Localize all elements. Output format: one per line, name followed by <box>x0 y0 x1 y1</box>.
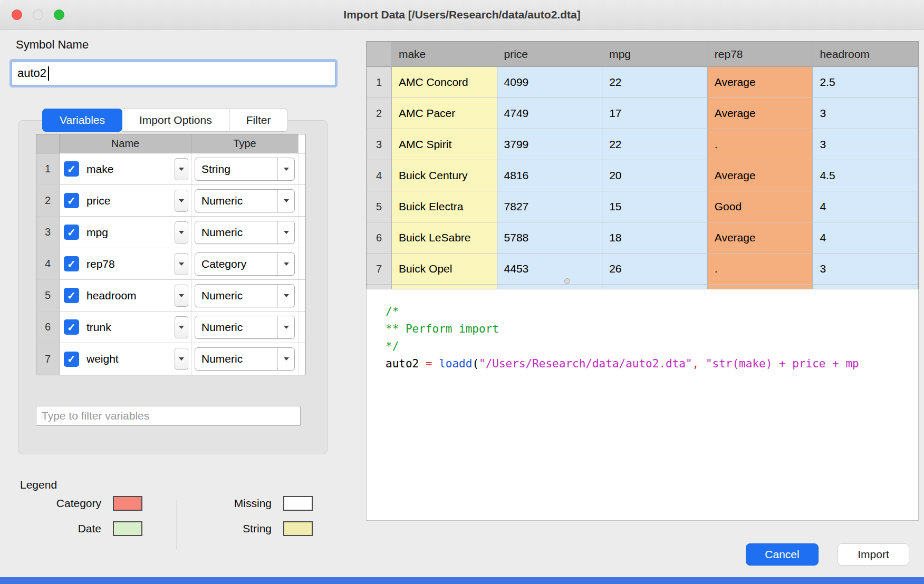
variable-name-label: make <box>86 163 175 176</box>
tab-import-options[interactable]: Import Options <box>122 109 229 132</box>
minimize-button[interactable] <box>33 9 43 20</box>
legend-swatch <box>283 496 313 511</box>
preview-column-header-make[interactable]: make <box>392 42 497 67</box>
variable-filter-input[interactable] <box>36 406 301 426</box>
variable-type-dropdown[interactable]: Numeric <box>195 316 295 339</box>
variables-table: Name Type 1✓makeString2✓priceNumeric3✓mp… <box>36 134 306 375</box>
cancel-button[interactable]: Cancel <box>746 543 819 566</box>
preview-row: 6Buick LeSabre578818Average4 <box>367 222 918 254</box>
preview-cell-headroom: 3 <box>813 98 918 129</box>
preview-row-number: 6 <box>367 222 392 254</box>
preview-row-number: 1 <box>367 67 392 98</box>
variable-type-dropdown[interactable]: Category <box>195 252 295 276</box>
legend-divider <box>177 500 177 550</box>
tab-bar: VariablesImport OptionsFilter <box>42 109 288 132</box>
traffic-lights <box>12 9 64 20</box>
variable-type-value: Numeric <box>195 353 277 365</box>
legend-label: String <box>243 522 272 535</box>
variable-include-checkbox[interactable]: ✓ <box>64 319 79 335</box>
preview-cell-mpg: 15 <box>602 191 708 222</box>
preview-row-number: 5 <box>367 191 392 222</box>
variable-row: 3✓mpgNumeric <box>36 217 305 248</box>
variable-type-cell: Numeric <box>191 280 298 311</box>
chevron-down-icon <box>179 294 184 297</box>
preview-row-number: 4 <box>367 160 392 191</box>
variable-include-checkbox[interactable]: ✓ <box>64 288 79 303</box>
preview-cell-mpg: 17 <box>602 98 708 129</box>
import-button[interactable]: Import <box>838 543 909 566</box>
preview-column-header-headroom[interactable]: headroom <box>813 42 918 67</box>
chevron-down-icon <box>277 221 294 244</box>
preview-cell-headroom: 2.5 <box>813 67 918 98</box>
chevron-down-icon <box>179 262 184 266</box>
horizontal-splitter-handle[interactable] <box>564 278 570 284</box>
tab-variables[interactable]: Variables <box>42 109 122 132</box>
preview-cell-headroom: 3 <box>813 129 918 160</box>
variable-type-dropdown[interactable]: Numeric <box>195 284 295 307</box>
variable-include-checkbox[interactable]: ✓ <box>64 193 79 208</box>
preview-row-number: 7 <box>367 254 392 285</box>
preview-cell-mpg: 20 <box>602 160 708 191</box>
preview-row-number: 2 <box>367 98 392 129</box>
variable-include-checkbox[interactable]: ✓ <box>64 352 79 367</box>
preview-cell-mpg: 26 <box>602 254 708 285</box>
preview-row: 7Buick Opel445326.3 <box>367 254 918 285</box>
symbol-name-input[interactable] <box>12 61 335 85</box>
legend-label: Missing <box>234 497 272 510</box>
variable-name-cell: ✓rep78 <box>60 248 191 279</box>
code-line: auto2 = loadd("/Users/Research/data/auto… <box>386 355 918 373</box>
variables-table-header: Name Type <box>36 134 305 153</box>
preview-cell-price: 4453 <box>497 254 603 285</box>
legend-item: Date <box>29 521 142 537</box>
legend-title: Legend <box>20 479 57 491</box>
variable-type-dropdown[interactable]: Numeric <box>195 347 295 371</box>
preview-cell-make: AMC Concord <box>392 67 497 98</box>
variable-type-value: Numeric <box>195 289 277 302</box>
legend-swatch <box>113 521 142 536</box>
chevron-down-icon <box>179 326 184 329</box>
tab-filter[interactable]: Filter <box>229 109 288 132</box>
variable-row: 1✓makeString <box>36 153 305 185</box>
variable-row: 5✓headroomNumeric <box>36 280 305 312</box>
name-column-header: Name <box>60 134 191 153</box>
preview-cell-make: Buick Century <box>392 160 497 191</box>
variable-row-number: 4 <box>36 248 60 279</box>
code-line: ** Perform import <box>386 320 918 338</box>
preview-table-body: 1AMC Concord409922Average2.52AMC Pacer47… <box>367 67 918 316</box>
variable-include-checkbox[interactable]: ✓ <box>64 225 79 240</box>
chevron-down-icon <box>179 357 184 361</box>
preview-column-header-rep78[interactable]: rep78 <box>708 42 813 67</box>
preview-column-header-mpg[interactable]: mpg <box>602 42 708 67</box>
variable-name-label: headroom <box>86 289 175 302</box>
variable-row-number: 7 <box>36 343 60 375</box>
header-gutter-cell <box>298 134 305 153</box>
scrollbar-gutter <box>298 153 305 184</box>
scrollbar-gutter <box>298 312 305 343</box>
variable-name-dropdown[interactable] <box>175 285 188 307</box>
preview-column-header-price[interactable]: price <box>497 42 603 67</box>
preview-cell-price: 5788 <box>497 222 603 254</box>
variable-type-dropdown[interactable]: Numeric <box>195 221 295 244</box>
variable-include-checkbox[interactable]: ✓ <box>64 256 79 271</box>
variable-name-dropdown[interactable] <box>175 190 188 212</box>
preview-cell-rep78: Average <box>708 67 813 98</box>
chevron-down-icon <box>179 168 184 171</box>
legend: CategoryDate MissingString <box>18 495 303 553</box>
variable-name-label: mpg <box>86 226 175 239</box>
preview-cell-headroom: 4 <box>813 222 918 254</box>
chevron-down-icon <box>277 285 294 307</box>
variable-name-dropdown[interactable] <box>175 158 188 180</box>
variable-name-dropdown[interactable] <box>175 221 188 244</box>
variable-name-dropdown[interactable] <box>175 348 188 370</box>
legend-label: Date <box>78 522 101 535</box>
variable-type-dropdown[interactable]: Numeric <box>195 189 295 212</box>
variable-type-dropdown[interactable]: String <box>195 158 295 181</box>
variable-name-dropdown[interactable] <box>175 253 188 275</box>
preview-cell-make: AMC Spirit <box>392 129 497 160</box>
zoom-button[interactable] <box>54 9 64 20</box>
preview-cell-rep78: Good <box>708 191 813 222</box>
close-button[interactable] <box>12 9 22 20</box>
variable-include-checkbox[interactable]: ✓ <box>64 161 79 177</box>
scrollbar-gutter <box>298 185 305 216</box>
variable-name-dropdown[interactable] <box>175 316 188 338</box>
